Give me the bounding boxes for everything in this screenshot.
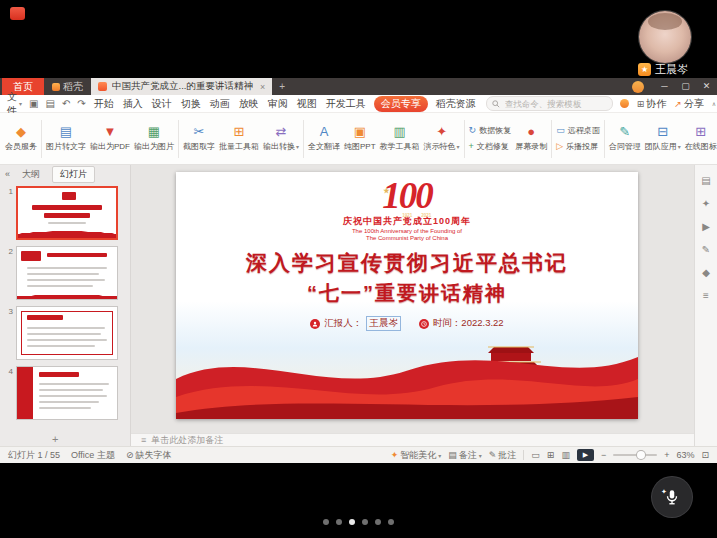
slide-thumbnail-art bbox=[16, 186, 118, 240]
slide-thumbnail-2[interactable]: 2 bbox=[2, 246, 126, 300]
more-tools-icon[interactable]: ≡ bbox=[703, 290, 709, 301]
image-ppt-button[interactable]: ▣ 纯图PPT bbox=[342, 125, 378, 152]
presenter-name-textbox[interactable]: 王晨岑 bbox=[366, 316, 401, 331]
zoom-level[interactable]: 63% bbox=[676, 450, 694, 460]
menu-tab-docer-resources[interactable]: 稻壳资源 bbox=[435, 97, 477, 111]
redo-icon[interactable]: ↷ bbox=[77, 98, 85, 109]
menu-tab-devtools[interactable]: 开发工具 bbox=[325, 97, 367, 111]
canvas-zone: ★100 1921 2021 庆祝中国共产党成立100周年 The 100th … bbox=[131, 165, 694, 433]
smart-beautify-icon[interactable]: ✦ bbox=[702, 198, 710, 209]
fit-window-icon[interactable]: ⊡ bbox=[701, 450, 709, 460]
slide-canvas[interactable]: ★100 1921 2021 庆祝中国共产党成立100周年 The 100th … bbox=[176, 172, 638, 419]
translate-button[interactable]: A 全文翻译 bbox=[306, 125, 342, 152]
outline-tab[interactable]: 大纲 bbox=[15, 167, 47, 182]
close-document-icon[interactable]: × bbox=[258, 82, 265, 92]
meeting-app-icon[interactable] bbox=[10, 7, 25, 20]
save-icon[interactable]: ▣ bbox=[29, 98, 38, 109]
presentation-features-button[interactable]: ✦ 演示特色▾ bbox=[422, 125, 462, 152]
chevron-down-icon: ▾ bbox=[438, 452, 441, 459]
missing-font-warning[interactable]: ⊘ 缺失字体 bbox=[126, 449, 172, 462]
menu-tab-animation[interactable]: 动画 bbox=[209, 97, 231, 111]
carousel-dot[interactable] bbox=[375, 519, 381, 525]
collaborate-label: 协作 bbox=[646, 97, 666, 111]
undo-icon[interactable]: ↶ bbox=[62, 98, 70, 109]
document-tab[interactable]: 中国共产党成立...的重要讲话精神 × bbox=[91, 78, 272, 95]
slide-title-line2[interactable]: “七一”重要讲话精神 bbox=[176, 280, 638, 307]
animation-pane-icon[interactable]: ▶ bbox=[702, 221, 710, 232]
carousel-dot[interactable] bbox=[362, 519, 368, 525]
comments-label: 批注 bbox=[498, 449, 516, 462]
zoom-out-icon[interactable]: − bbox=[601, 450, 606, 460]
menu-tab-home[interactable]: 开始 bbox=[93, 97, 115, 111]
zoom-slider-knob[interactable] bbox=[637, 451, 645, 459]
collaborate-button[interactable]: ⊞ 协作 bbox=[637, 97, 667, 111]
print-icon[interactable]: ▤ bbox=[45, 98, 54, 109]
screen-record-button[interactable]: ● 屏幕录制 bbox=[513, 125, 549, 152]
microphone-button[interactable]: ✦ bbox=[652, 477, 692, 517]
ribbon-label: 合同管理 bbox=[609, 141, 641, 152]
notes-toggle-button[interactable]: ▤ 备注 ▾ bbox=[448, 449, 482, 462]
carousel-dot-active[interactable] bbox=[349, 519, 355, 525]
reading-view-icon[interactable]: ▥ bbox=[561, 450, 570, 460]
online-icons-button[interactable]: ⊞ 在线图标 bbox=[683, 125, 717, 152]
comments-pane-icon[interactable]: ✎ bbox=[702, 244, 710, 255]
notification-icon[interactable] bbox=[620, 99, 629, 108]
play-slideshow-button[interactable]: ▶ bbox=[577, 449, 594, 461]
cast-screen-button[interactable]: ▷ 乐播投屏 bbox=[556, 141, 600, 152]
search-input[interactable] bbox=[503, 98, 607, 110]
zoom-in-icon[interactable]: + bbox=[664, 450, 669, 460]
export-pdf-button[interactable]: ▼ 输出为PDF bbox=[88, 125, 132, 152]
slide-thumbnail-4[interactable]: 4 bbox=[2, 366, 126, 420]
command-search[interactable] bbox=[486, 96, 613, 111]
close-button[interactable]: ✕ bbox=[696, 78, 717, 95]
menu-tab-review[interactable]: 审阅 bbox=[267, 97, 289, 111]
maximize-button[interactable]: ▢ bbox=[675, 78, 696, 95]
batch-toolbox-button[interactable]: ⊞ 批量工具箱 bbox=[217, 125, 261, 152]
member-service-button[interactable]: ◆ 会员服务 bbox=[3, 125, 39, 152]
share-button[interactable]: ↗ 分享 bbox=[674, 97, 704, 111]
menu-tab-member[interactable]: 会员专享 bbox=[374, 96, 428, 112]
export-image-button[interactable]: ▦ 输出为图片 bbox=[132, 125, 176, 152]
menu-tab-transition[interactable]: 切换 bbox=[180, 97, 202, 111]
notes-bar: ≡ 单击此处添加备注 bbox=[131, 433, 694, 446]
slide-thumbnail-1[interactable]: 1 bbox=[2, 186, 126, 240]
carousel-dot[interactable] bbox=[388, 519, 394, 525]
collapse-ribbon-icon[interactable]: ∧ bbox=[712, 100, 716, 107]
slide-thumbnail-3[interactable]: 3 bbox=[2, 306, 126, 360]
theme-name[interactable]: Office 主题 bbox=[71, 449, 115, 462]
menu-tab-design[interactable]: 设计 bbox=[151, 97, 173, 111]
team-app-button[interactable]: ⊟ 团队应用▾ bbox=[643, 125, 683, 152]
carousel-dot[interactable] bbox=[323, 519, 329, 525]
doc-repair-button[interactable]: + 文档修复 bbox=[469, 141, 512, 152]
slide-title-line1[interactable]: 深入学习宣传贯彻习近平总书记 bbox=[176, 249, 638, 277]
image-to-text-icon: ▤ bbox=[60, 125, 72, 139]
account-avatar[interactable] bbox=[632, 81, 644, 93]
screenshot-ocr-button[interactable]: ✂ 截图取字 bbox=[181, 125, 217, 152]
comments-button[interactable]: ✎ 批注 bbox=[489, 449, 517, 462]
output-convert-button[interactable]: ⇄ 输出转换▾ bbox=[261, 125, 301, 152]
zoom-slider[interactable] bbox=[613, 454, 657, 456]
contract-manage-button[interactable]: ✎ 合同管理 bbox=[607, 125, 643, 152]
image-to-text-button[interactable]: ▤ 图片转文字 bbox=[44, 125, 88, 152]
minimize-button[interactable]: ─ bbox=[654, 78, 675, 95]
new-slide-button[interactable]: + bbox=[0, 433, 130, 446]
collapse-panel-icon[interactable]: « bbox=[5, 169, 10, 179]
notes-placeholder[interactable]: 单击此处添加备注 bbox=[151, 434, 223, 447]
ribbon-label: 数据恢复 bbox=[479, 125, 511, 136]
menu-tab-slideshow[interactable]: 放映 bbox=[238, 97, 260, 111]
teaching-toolbox-button[interactable]: ▥ 教学工具箱 bbox=[378, 125, 422, 152]
smart-beautify-button[interactable]: ✦ 智能美化 ▾ bbox=[391, 449, 442, 462]
properties-icon[interactable]: ▤ bbox=[701, 175, 710, 186]
thumb-logo bbox=[62, 192, 76, 200]
carousel-dot[interactable] bbox=[336, 519, 342, 525]
slide-sorter-icon[interactable]: ⊞ bbox=[547, 450, 555, 460]
menu-tab-insert[interactable]: 插入 bbox=[122, 97, 144, 111]
resources-icon[interactable]: ◆ bbox=[702, 267, 710, 278]
data-recovery-button[interactable]: ↻ 数据恢复 bbox=[469, 125, 512, 136]
menu-tab-view[interactable]: 视图 bbox=[296, 97, 318, 111]
docer-tab[interactable]: 稻壳 bbox=[44, 78, 91, 95]
remote-desktop-button[interactable]: ▭ 远程桌面 bbox=[556, 125, 600, 136]
normal-view-icon[interactable]: ▭ bbox=[531, 450, 540, 460]
new-tab-button[interactable]: + bbox=[272, 78, 292, 95]
slides-tab[interactable]: 幻灯片 bbox=[52, 166, 95, 183]
